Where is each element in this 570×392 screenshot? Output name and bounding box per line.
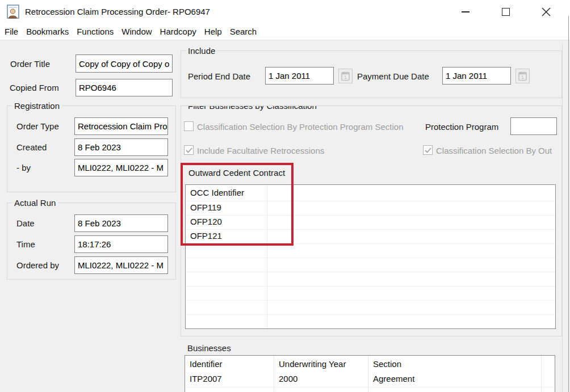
occ-empty-row[interactable] (186, 286, 555, 301)
classification-by-protection-program-checkbox[interactable] (184, 121, 194, 131)
menu-file[interactable]: File (1, 24, 22, 40)
svg-text:1: 1 (344, 74, 347, 80)
occ-row[interactable]: OFP119 (186, 201, 555, 216)
businesses-title: Businesses (187, 343, 231, 353)
calendar-icon: 1 (518, 71, 527, 81)
created-by-label: - by (16, 163, 31, 172)
include-group-title: Include (186, 46, 217, 56)
maximize-icon (502, 8, 510, 16)
businesses-header-section: Section (373, 359, 401, 369)
copied-from-input[interactable] (76, 79, 173, 96)
menu-functions[interactable]: Functions (73, 24, 118, 40)
filter-group: Filter Businesses by Classification Clas… (181, 106, 562, 336)
right-pane-divider (562, 43, 563, 392)
payment-due-calendar-button[interactable]: 1 (515, 69, 530, 83)
close-icon (542, 7, 551, 16)
order-title-label: Order Title (10, 59, 50, 69)
window-title: Retrocession Claim Processing Order- RPO… (25, 7, 210, 16)
include-facultative-checkbox[interactable] (184, 145, 194, 155)
occ-identifier-cell: OFP120 (190, 217, 222, 226)
occ-empty-row[interactable] (186, 244, 555, 258)
menu-bar: File Bookmarks Functions Window Hardcopy… (0, 24, 570, 40)
close-button[interactable] (533, 0, 559, 24)
occ-empty-row[interactable] (186, 301, 555, 315)
ordered-by-input[interactable] (74, 256, 168, 274)
order-type-input[interactable] (74, 117, 168, 135)
actual-run-group: Actual Run Date Time Ordered by (7, 203, 176, 280)
occ-empty-row[interactable] (186, 258, 555, 272)
order-title-input[interactable] (76, 54, 173, 73)
svg-text:1: 1 (521, 74, 524, 80)
row-separator (186, 328, 555, 329)
period-end-calendar-button[interactable]: 1 (338, 69, 353, 83)
menu-search[interactable]: Search (226, 24, 261, 40)
row-separator (185, 387, 555, 387)
actual-run-group-title: Actual Run (12, 198, 58, 208)
run-time-input[interactable] (74, 235, 168, 253)
run-date-input[interactable] (74, 214, 168, 232)
period-end-date-label: Period End Date (188, 71, 250, 81)
protection-program-label: Protection Program (425, 122, 498, 132)
business-section-cell: Agreement (373, 374, 414, 383)
businesses-header-identifier: Identifier (190, 359, 223, 369)
business-underwriting-year-cell: 2000 (279, 374, 297, 383)
occ-identifier-cell: OFP119 (190, 203, 221, 212)
businesses-header-underwriting-year: Underwriting Year (279, 359, 346, 369)
occ-column-header: OCC Identifier (190, 188, 244, 197)
content-area: Order Title Copied From Registration Ord… (0, 40, 570, 392)
include-facultative-label: Include Facultative Retrocessions (197, 146, 324, 155)
registration-group: Registration Order Type Created - by (7, 106, 176, 192)
calendar-icon: 1 (341, 71, 350, 81)
occ-empty-row[interactable] (186, 315, 555, 329)
classification-by-outward-label: Classification Selection By Out (436, 146, 552, 155)
businesses-table: Identifier Underwriting Year Section ITP… (185, 355, 555, 392)
occ-row[interactable]: OFP121 (186, 230, 555, 244)
businesses-row[interactable]: ITP2007 2000 Agreement (185, 373, 555, 387)
ordered-by-label: Ordered by (16, 260, 59, 270)
created-by-input[interactable] (74, 159, 168, 176)
occ-empty-row[interactable] (186, 272, 555, 286)
payment-due-date-input[interactable] (442, 67, 511, 85)
maximize-button[interactable] (493, 0, 519, 24)
minimize-icon (462, 11, 470, 12)
payment-due-date-label: Payment Due Date (357, 71, 429, 81)
created-label: Created (16, 142, 47, 152)
menu-hardcopy[interactable]: Hardcopy (156, 24, 200, 40)
menu-help[interactable]: Help (200, 24, 226, 40)
app-icon (6, 5, 20, 19)
copied-from-label: Copied From (10, 83, 59, 92)
filter-group-title: Filter Businesses by Classification (186, 106, 319, 111)
business-identifier-cell: ITP2007 (190, 374, 222, 383)
run-date-label: Date (16, 218, 35, 228)
protection-program-input[interactable] (510, 117, 557, 135)
include-group: Include Period End Date 1 Payment Due Da… (181, 50, 562, 98)
created-input[interactable] (74, 138, 168, 156)
application-window: Retrocession Claim Processing Order- RPO… (0, 0, 570, 392)
menu-bookmarks[interactable]: Bookmarks (22, 24, 73, 40)
menu-window[interactable]: Window (118, 24, 156, 40)
title-bar: Retrocession Claim Processing Order- RPO… (0, 0, 570, 24)
classification-by-protection-program-label: Classification Selection By Protection P… (197, 122, 404, 132)
order-type-label: Order Type (16, 121, 59, 131)
registration-group-title: Registration (12, 101, 62, 111)
period-end-date-input[interactable] (265, 67, 334, 85)
occ-identifier-cell: OFP121 (190, 231, 222, 241)
classification-by-outward-checkbox[interactable] (423, 145, 433, 155)
check-icon (425, 147, 431, 153)
outward-cedent-contract-title: Outward Cedent Contract (188, 168, 285, 178)
window-right-border (568, 16, 569, 392)
occ-table: OCC Identifier OFP119 OFP120 OFP121 (185, 184, 556, 329)
occ-row[interactable]: OFP120 (186, 216, 555, 230)
run-time-label: Time (16, 239, 35, 249)
check-icon (186, 147, 192, 153)
minimize-button[interactable] (452, 0, 479, 24)
